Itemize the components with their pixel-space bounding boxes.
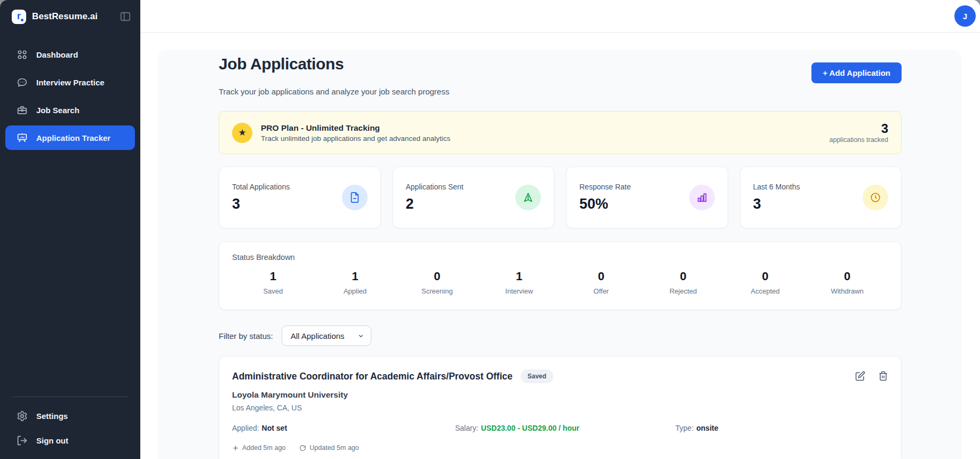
stat-value: 2	[406, 196, 464, 212]
briefcase-icon	[16, 105, 28, 116]
sidebar-footer: Settings Sign out	[0, 397, 140, 453]
sidebar-item-application-tracker[interactable]: Application Tracker	[5, 125, 135, 150]
grid-icon	[16, 49, 28, 60]
status-breakdown-title: Status Breakdown	[232, 253, 888, 262]
plus-icon	[232, 445, 239, 452]
status-item-rejected: 0 Rejected	[642, 270, 724, 295]
updated-meta: Updated 5m ago	[299, 444, 358, 452]
filter-row: Filter by status: All Applications	[219, 326, 902, 346]
refresh-icon	[299, 445, 306, 452]
job-footer: Added 5m ago Updated 5m ago	[232, 444, 888, 452]
status-item-withdrawn: 0 Withdrawn	[806, 270, 888, 295]
brand-logo: r	[12, 10, 26, 24]
status-item-offer: 0 Offer	[560, 270, 642, 295]
gear-icon	[16, 410, 28, 422]
pro-plan-subtitle: Track unlimited job applications and get…	[261, 134, 830, 143]
job-type: Type:onsite	[675, 424, 888, 432]
selected-option: All Applications	[291, 331, 345, 341]
sidebar-item-sign-out[interactable]: Sign out	[5, 428, 135, 453]
status-item-accepted: 0 Accepted	[724, 270, 807, 295]
chevron-down-icon	[357, 333, 364, 339]
status-item-applied: 1 Applied	[314, 270, 396, 295]
status-filter-select[interactable]: All Applications	[282, 326, 371, 346]
sidebar-item-label: Job Search	[36, 106, 79, 115]
content-panel: Job Applications + Add Application Track…	[158, 50, 961, 459]
sidebar-item-label: Settings	[36, 411, 68, 421]
job-salary: Salary:USD23.00 - USD29.00 / hour	[455, 424, 675, 432]
stat-card-applications-sent: Applications Sent 2	[393, 167, 555, 228]
sidebar-item-label: Dashboard	[36, 50, 78, 59]
job-actions	[855, 369, 888, 381]
status-badge: Saved	[521, 369, 553, 383]
add-application-button[interactable]: + Add Application	[811, 62, 902, 83]
sidebar-item-interview-practice[interactable]: Interview Practice	[5, 70, 135, 94]
main-content: Job Applications + Add Application Track…	[140, 33, 980, 459]
applications-tracked-count: 3	[830, 122, 888, 136]
sidebar-item-label: Sign out	[36, 436, 68, 445]
sidebar-nav: Dashboard Interview Practice	[0, 42, 140, 150]
page-subtitle: Track your job applications and analyze …	[219, 87, 902, 96]
clock-icon	[863, 185, 888, 210]
star-icon: ★	[232, 123, 252, 143]
job-location: Los Angeles, CA, US	[232, 403, 888, 412]
stat-value: 3	[232, 196, 290, 212]
stat-label: Applications Sent	[406, 183, 464, 191]
sidebar-collapse-icon[interactable]	[119, 11, 131, 22]
job-applied: Applied:Not set	[232, 424, 455, 432]
stat-label: Total Applications	[232, 183, 290, 191]
job-details: Applied:Not set Salary:USD23.00 - USD29.…	[232, 424, 888, 432]
chat-bubble-icon	[16, 77, 28, 88]
sidebar: r BestResume.ai Dashboard	[0, 0, 140, 459]
stats-row: Total Applications 3 Applications Sent 2	[219, 167, 902, 228]
applications-tracked-label: applications tracked	[830, 136, 888, 144]
stat-value: 50%	[579, 196, 631, 212]
pro-plan-count: 3 applications tracked	[830, 122, 888, 143]
pro-plan-text: PRO Plan - Unlimited Tracking Track unli…	[261, 123, 830, 143]
trash-icon[interactable]	[878, 371, 888, 381]
stat-value: 3	[753, 196, 800, 212]
presentation-chart-icon	[16, 132, 28, 144]
brand-name: BestResume.ai	[32, 11, 98, 22]
added-meta: Added 5m ago	[232, 444, 285, 452]
app-window: r BestResume.ai Dashboard	[0, 0, 980, 459]
document-icon	[342, 185, 368, 210]
job-application-card: Administrative Coordinator for Academic …	[219, 356, 902, 459]
sidebar-item-label: Application Tracker	[36, 133, 110, 143]
page-title: Job Applications	[219, 55, 344, 73]
edit-icon[interactable]	[855, 371, 865, 381]
stat-card-response-rate: Response Rate 50%	[566, 167, 728, 228]
job-company: Loyola Marymount University	[232, 390, 888, 400]
sidebar-divider	[12, 397, 129, 397]
status-breakdown-grid: 1 Saved 1 Applied 0 Screening 1 Intervie…	[232, 270, 888, 295]
pro-plan-title: PRO Plan - Unlimited Tracking	[261, 123, 830, 133]
status-item-saved: 1 Saved	[232, 270, 314, 295]
status-breakdown-card: Status Breakdown 1 Saved 1 Applied 0 Scr…	[219, 241, 902, 310]
send-icon	[515, 185, 541, 210]
topbar: J	[140, 0, 980, 33]
stat-label: Response Rate	[579, 183, 631, 191]
pro-plan-banner: ★ PRO Plan - Unlimited Tracking Track un…	[219, 111, 902, 154]
sidebar-item-label: Interview Practice	[36, 78, 105, 87]
stat-label: Last 6 Months	[753, 183, 800, 191]
sidebar-item-dashboard[interactable]: Dashboard	[5, 42, 135, 67]
status-item-screening: 0 Screening	[396, 270, 479, 295]
logout-icon	[16, 435, 28, 446]
filter-label: Filter by status:	[219, 331, 273, 341]
logo-row: r BestResume.ai	[0, 0, 140, 33]
sidebar-item-job-search[interactable]: Job Search	[5, 98, 135, 122]
bar-chart-icon	[689, 185, 715, 210]
status-item-interview: 1 Interview	[478, 270, 560, 295]
job-title: Administrative Coordinator for Academic …	[232, 371, 513, 382]
stat-card-last-6-months: Last 6 Months 3	[740, 167, 902, 228]
sidebar-item-settings[interactable]: Settings	[5, 403, 135, 428]
page-header: Job Applications + Add Application	[219, 55, 902, 83]
stat-card-total-applications: Total Applications 3	[219, 167, 381, 228]
user-avatar[interactable]: J	[954, 5, 976, 27]
